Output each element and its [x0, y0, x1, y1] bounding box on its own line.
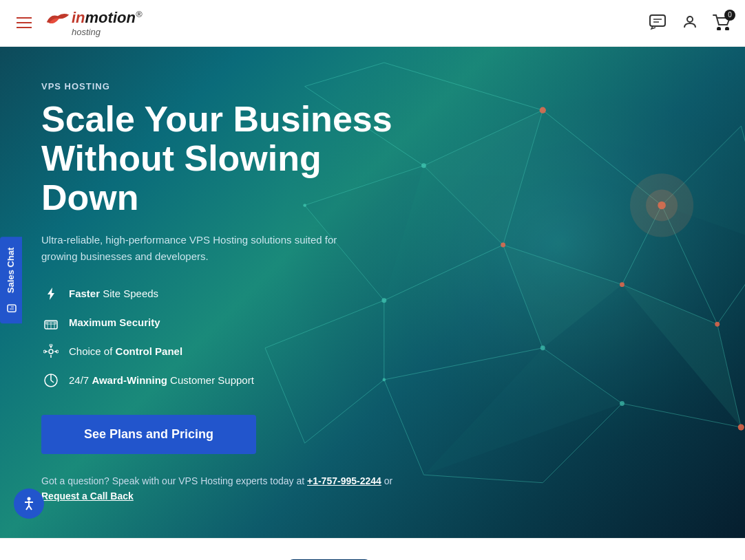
svg-point-5: [717, 27, 721, 30]
logo-hosting: hosting: [72, 27, 101, 37]
svg-point-47: [715, 322, 720, 327]
feature-panel-text: Choice of Control Panel: [69, 345, 182, 357]
hero-label: VPS HOSTING: [41, 81, 427, 91]
logo-bird-icon: [45, 11, 70, 25]
svg-point-43: [539, 107, 545, 114]
logo[interactable]: inmotion® hosting: [45, 9, 142, 37]
feature-support-text: 24/7 Award-Winning Customer Support: [69, 374, 254, 386]
cart-badge: 0: [724, 10, 735, 21]
svg-line-80: [29, 506, 32, 510]
contact-text: Got a question? Speak with our VPS Hosti…: [41, 475, 307, 486]
feature-item-security: Maximum Security: [41, 313, 427, 332]
svg-point-50: [541, 345, 545, 350]
cart-icon[interactable]: 0: [712, 14, 731, 33]
feature-item-speed: Faster Site Speeds: [41, 284, 427, 303]
svg-point-44: [501, 243, 505, 248]
svg-point-55: [646, 189, 678, 221]
logo-inmotion: inmotion®: [45, 9, 142, 27]
hero-section: Sales Chat VPS HOSTING Scale Your Busine…: [0, 47, 745, 538]
hero-content: VPS HOSTING Scale Your Business Without …: [41, 81, 427, 504]
phone-link[interactable]: +1-757-995-2244: [307, 475, 381, 486]
hero-title: Scale Your Business Without Slowing Down: [41, 100, 427, 218]
svg-rect-0: [650, 15, 665, 26]
sales-chat-tab[interactable]: Sales Chat: [0, 237, 22, 323]
svg-point-51: [620, 401, 625, 406]
sales-chat-label: Sales Chat: [6, 248, 17, 293]
callback-link[interactable]: Request a Call Back: [41, 491, 134, 502]
navbar-right: 0: [649, 14, 731, 33]
feature-item-support: 24/7 Award-Winning Customer Support: [41, 371, 427, 390]
svg-point-46: [620, 282, 625, 287]
feature-list: Faster Site Speeds Maximum Security: [41, 284, 427, 390]
feature-security-text: Maximum Security: [69, 316, 160, 328]
or-text: or: [384, 475, 392, 486]
svg-point-3: [687, 17, 693, 22]
svg-point-64: [49, 349, 53, 354]
svg-line-74: [51, 380, 54, 383]
speed-icon: [41, 284, 61, 303]
svg-point-76: [28, 497, 31, 501]
svg-point-4: [725, 27, 729, 30]
panel-icon: [41, 342, 61, 361]
navbar: inmotion® hosting: [0, 0, 745, 47]
chat-icon[interactable]: [649, 14, 668, 33]
hero-contact: Got a question? Speak with our VPS Hosti…: [41, 473, 427, 504]
hero-subtitle: Ultra-reliable, high-performance VPS Hos…: [41, 232, 372, 265]
feature-item-panel: Choice of Control Panel: [41, 342, 427, 361]
navbar-left: inmotion® hosting: [14, 9, 142, 37]
feature-speed-text: Faster Site Speeds: [69, 288, 158, 299]
accessibility-button[interactable]: [14, 488, 44, 519]
svg-point-45: [737, 424, 744, 430]
svg-rect-56: [8, 305, 16, 312]
trust-section: PC EDITORS' CHOICE PCMAG.COM Rated Excel…: [0, 538, 745, 560]
cta-button[interactable]: See Plans and Pricing: [41, 415, 256, 454]
hamburger-menu[interactable]: [14, 14, 34, 31]
support-icon: [41, 371, 61, 390]
logo-text: inmotion®: [72, 9, 142, 27]
user-icon[interactable]: [682, 14, 698, 33]
security-icon: [41, 313, 61, 332]
